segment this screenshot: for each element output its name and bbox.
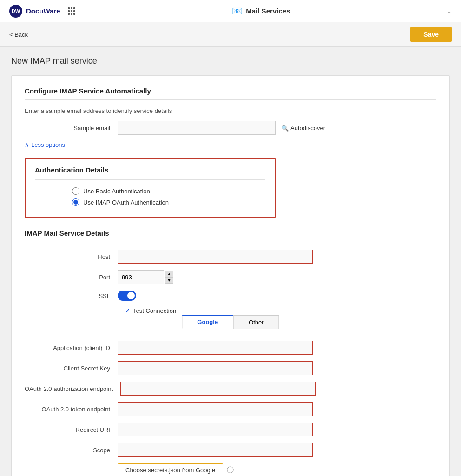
- app-client-id-row: Application (client) ID: [25, 341, 436, 355]
- sample-email-row: Sample email 🔍 Autodiscover: [25, 121, 436, 135]
- tab-other[interactable]: Other: [233, 315, 279, 329]
- less-options-label: Less options: [31, 141, 65, 148]
- radio-basic-label[interactable]: Use Basic Authentication: [83, 188, 150, 195]
- ssl-row: SSL: [25, 291, 436, 301]
- scope-input[interactable]: [118, 443, 313, 457]
- mail-icon: 📧: [232, 6, 242, 16]
- auth-divider: [35, 179, 265, 180]
- radio-basic[interactable]: [72, 187, 79, 195]
- docuware-logo: DW: [9, 5, 22, 18]
- scope-row: Scope: [25, 443, 436, 457]
- token-endpoint-label: OAuth 2.0 token endpoint: [25, 406, 118, 413]
- header-title-text: Mail Services: [246, 7, 290, 15]
- host-input[interactable]: [118, 250, 313, 264]
- auto-configure-title: Configure IMAP Service Automatically: [25, 87, 436, 95]
- autodiscover-label: Autodiscover: [290, 125, 325, 132]
- port-label: Port: [25, 274, 118, 281]
- radio-oauth-row: Use IMAP OAuth Authentication: [35, 198, 265, 206]
- oauth-tabs-container: Google Other Application (client) ID Cli…: [25, 324, 436, 476]
- ssl-toggle[interactable]: [118, 291, 136, 301]
- port-increment-button[interactable]: ▲: [165, 271, 173, 277]
- token-endpoint-input[interactable]: [118, 402, 313, 416]
- auth-endpoint-label: OAuth 2.0 authorization endpoint: [25, 385, 120, 392]
- logo-text: DocuWare: [26, 7, 60, 15]
- app-client-id-input[interactable]: [118, 341, 313, 355]
- redirect-uri-input[interactable]: [118, 423, 313, 436]
- auth-details-box: Authentication Details Use Basic Authent…: [25, 158, 276, 218]
- port-wrapper: ▲ ▼: [118, 270, 173, 284]
- port-spinner: ▲ ▼: [165, 271, 173, 284]
- port-row: Port ▲ ▼: [25, 270, 436, 284]
- host-row: Host: [25, 250, 436, 264]
- imap-section-title: IMAP Mail Service Details: [25, 229, 436, 237]
- token-endpoint-row: OAuth 2.0 token endpoint: [25, 402, 436, 416]
- info-icon[interactable]: ⓘ: [227, 466, 234, 475]
- auto-configure-divider: [25, 99, 436, 100]
- main-card: Configure IMAP Service Automatically Ent…: [11, 75, 450, 476]
- toggle-slider: [118, 291, 136, 301]
- imap-details-section: IMAP Mail Service Details Host Port ▲ ▼: [25, 229, 436, 314]
- logo-area: DW DocuWare: [9, 5, 75, 18]
- page-title: New IMAP mail service: [11, 56, 450, 66]
- less-options-link[interactable]: ∧ Less options: [25, 141, 436, 148]
- ssl-label: SSL: [25, 292, 118, 299]
- host-label: Host: [25, 253, 118, 260]
- port-decrement-button[interactable]: ▼: [165, 277, 173, 284]
- client-secret-input[interactable]: [118, 361, 313, 375]
- test-connection-label: Test Connection: [133, 307, 176, 314]
- app-client-id-label: Application (client) ID: [25, 344, 118, 351]
- app-header: DW DocuWare 📧 Mail Services ⌄: [0, 0, 461, 22]
- radio-oauth[interactable]: [72, 198, 79, 206]
- choose-secrets-button[interactable]: Choose secrets.json from Google: [118, 463, 223, 476]
- imap-divider: [25, 242, 436, 242]
- chevron-up-icon: ∧: [25, 141, 29, 148]
- sample-email-label: Sample email: [25, 125, 118, 132]
- oauth-fields-section: Application (client) ID Client Secret Ke…: [25, 341, 436, 476]
- back-link[interactable]: < Back: [9, 31, 28, 38]
- auth-endpoint-row: OAuth 2.0 authorization endpoint: [25, 382, 436, 396]
- tab-google[interactable]: Google: [182, 315, 233, 329]
- header-chevron[interactable]: ⌄: [447, 8, 452, 14]
- auto-configure-subtitle: Enter a sample email address to identify…: [25, 107, 436, 114]
- search-icon: 🔍: [281, 125, 289, 132]
- radio-oauth-label[interactable]: Use IMAP OAuth Authentication: [83, 199, 169, 206]
- redirect-uri-row: Redirect URI: [25, 423, 436, 436]
- radio-basic-row: Use Basic Authentication: [35, 187, 265, 195]
- choose-file-row: Choose secrets.json from Google ⓘ: [25, 463, 436, 476]
- client-secret-label: Client Secret Key: [25, 365, 118, 372]
- toolbar: < Back Save: [0, 22, 461, 47]
- redirect-uri-label: Redirect URI: [25, 426, 118, 433]
- client-secret-row: Client Secret Key: [25, 361, 436, 375]
- auth-endpoint-input[interactable]: [120, 382, 316, 396]
- sample-email-input[interactable]: [118, 121, 276, 135]
- port-input[interactable]: [118, 270, 164, 284]
- autodiscover-button[interactable]: 🔍 Autodiscover: [281, 125, 325, 132]
- tabs-row: Google Other: [182, 316, 279, 329]
- scope-label: Scope: [25, 447, 118, 454]
- auto-configure-section: Configure IMAP Service Automatically Ent…: [25, 87, 436, 135]
- header-title: 📧 Mail Services: [232, 6, 290, 16]
- checkmark-icon: ✓: [125, 307, 130, 314]
- save-button[interactable]: Save: [410, 27, 452, 42]
- apps-grid-icon[interactable]: [68, 7, 75, 15]
- page-content: New IMAP mail service Configure IMAP Ser…: [0, 47, 461, 476]
- test-connection-row[interactable]: ✓ Test Connection: [25, 307, 436, 314]
- auth-section-title: Authentication Details: [35, 166, 265, 174]
